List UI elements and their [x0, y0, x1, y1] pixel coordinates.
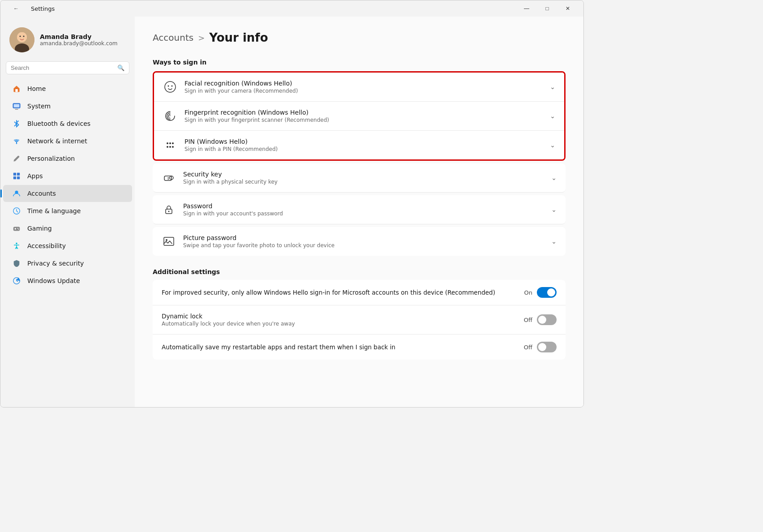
close-button[interactable]: ✕ [557, 1, 578, 16]
nav-icon-update [12, 276, 21, 285]
signin-title-security_key: Security key [183, 171, 544, 178]
nav-label-privacy: Privacy & security [27, 260, 84, 267]
search-box[interactable]: 🔍 [6, 61, 129, 74]
sidebar-item-apps[interactable]: Apps [3, 167, 132, 184]
content-area: Accounts > Your info Ways to sign in Fac… [135, 17, 583, 407]
setting-label-dynamic_lock: Dynamic lock [162, 313, 515, 320]
sidebar-item-time[interactable]: Time & language [3, 202, 132, 219]
signin-item-fingerprint[interactable]: Fingerprint recognition (Windows Hello) … [154, 102, 564, 131]
sidebar-item-bluetooth[interactable]: Bluetooth & devices [3, 115, 132, 132]
setting-row-windows_hello_only: For improved security, only allow Window… [153, 280, 566, 305]
highlighted-signin-group: Facial recognition (Windows Hello) Sign … [153, 71, 566, 161]
sidebar-item-network[interactable]: Network & internet [3, 133, 132, 150]
additional-settings-section: Additional settings For improved securit… [153, 268, 566, 360]
signin-desc-picture_password: Swipe and tap your favorite photo to unl… [183, 242, 544, 249]
sidebar-item-accounts[interactable]: Accounts [3, 185, 132, 202]
back-button[interactable]: ← [6, 1, 26, 16]
svg-point-22 [16, 243, 17, 245]
nav-icon-gaming [12, 224, 21, 233]
sidebar-item-update[interactable]: Windows Update [3, 272, 132, 289]
breadcrumb-parent[interactable]: Accounts [153, 32, 193, 43]
signin-text-pin: PIN (Windows Hello) Sign in with a PIN (… [184, 138, 543, 152]
svg-point-20 [17, 228, 18, 229]
svg-rect-11 [13, 173, 16, 176]
svg-point-38 [166, 239, 167, 241]
signin-item-security_key[interactable]: Security key Sign in with a physical sec… [153, 163, 566, 193]
sidebar-item-gaming[interactable]: Gaming [3, 220, 132, 237]
toggle-restart_apps[interactable] [537, 342, 557, 352]
signin-text-picture_password: Picture password Swipe and tap your favo… [183, 234, 544, 249]
signin-item-facial[interactable]: Facial recognition (Windows Hello) Sign … [154, 73, 564, 102]
svg-point-36 [168, 211, 170, 212]
svg-rect-37 [164, 237, 174, 245]
svg-point-3 [17, 32, 27, 42]
signin-title-fingerprint: Fingerprint recognition (Windows Hello) [184, 109, 543, 116]
signin-item-password[interactable]: Password Sign in with your account's pas… [153, 195, 566, 224]
user-profile: Amanda Brady amanda.brady@outlook.com [0, 20, 135, 61]
nav-icon-apps [12, 172, 21, 180]
nav-label-gaming: Gaming [27, 225, 52, 232]
signin-icon-security_key [162, 171, 176, 185]
svg-point-5 [23, 36, 25, 37]
sidebar: Amanda Brady amanda.brady@outlook.com 🔍 … [0, 17, 135, 407]
nav-label-personalization: Personalization [27, 155, 75, 162]
toggle-dynamic_lock[interactable] [537, 314, 557, 325]
svg-point-29 [172, 142, 174, 144]
signin-text-password: Password Sign in with your account's pas… [183, 202, 544, 217]
nav-label-network: Network & internet [27, 137, 87, 145]
sidebar-item-home[interactable]: Home [3, 80, 132, 97]
signin-text-security_key: Security key Sign in with a physical sec… [183, 171, 544, 185]
nav-icon-network [12, 137, 21, 146]
toggle-wrap-windows_hello_only: On [524, 287, 557, 298]
signin-title-password: Password [183, 202, 544, 210]
regular-signin-group: Security key Sign in with a physical sec… [153, 163, 566, 256]
signin-item-picture_password[interactable]: Picture password Swipe and tap your favo… [153, 227, 566, 256]
svg-point-27 [167, 142, 168, 144]
signin-desc-facial: Sign in with your camera (Recommended) [184, 88, 543, 94]
titlebar-left: ← Settings [6, 1, 55, 16]
additional-settings-title: Additional settings [153, 268, 566, 275]
svg-rect-13 [13, 176, 16, 179]
toggle-label-restart_apps: Off [524, 344, 532, 351]
user-info: Amanda Brady amanda.brady@outlook.com [40, 33, 117, 47]
nav-label-time: Time & language [27, 207, 81, 215]
svg-point-10 [16, 142, 17, 144]
svg-point-32 [172, 146, 174, 148]
maximize-button[interactable]: □ [537, 1, 557, 16]
svg-point-4 [20, 36, 21, 37]
chevron-icon-security_key: ⌄ [551, 174, 557, 181]
app-body: Amanda Brady amanda.brady@outlook.com 🔍 … [0, 17, 583, 407]
chevron-icon-password: ⌄ [551, 206, 557, 213]
signin-desc-password: Sign in with your account's password [183, 210, 544, 217]
sidebar-item-personalization[interactable]: Personalization [3, 150, 132, 167]
sidebar-item-privacy[interactable]: Privacy & security [3, 255, 132, 272]
svg-point-21 [18, 229, 19, 230]
nav-icon-home [12, 84, 21, 93]
signin-icon-password [162, 202, 176, 217]
sidebar-item-system[interactable]: System [3, 98, 132, 115]
signin-icon-facial [163, 80, 177, 94]
setting-text-windows_hello_only: For improved security, only allow Window… [162, 289, 515, 296]
svg-rect-19 [15, 228, 17, 229]
signin-title-facial: Facial recognition (Windows Hello) [184, 80, 543, 87]
minimize-button[interactable]: — [516, 1, 537, 16]
sidebar-item-accessibility[interactable]: Accessibility [3, 237, 132, 254]
nav-icon-system [12, 102, 21, 111]
nav-label-accessibility: Accessibility [27, 242, 66, 249]
toggle-label-windows_hello_only: On [524, 289, 532, 296]
toggle-windows_hello_only[interactable] [537, 287, 557, 298]
svg-rect-8 [15, 109, 18, 110]
signin-desc-security_key: Sign in with a physical security key [183, 179, 544, 185]
titlebar-controls: — □ ✕ [516, 1, 578, 16]
nav-label-accounts: Accounts [27, 190, 56, 197]
svg-rect-9 [14, 104, 20, 107]
nav-label-bluetooth: Bluetooth & devices [27, 120, 90, 127]
search-input[interactable] [11, 64, 114, 71]
signin-title-pin: PIN (Windows Hello) [184, 138, 543, 145]
additional-settings-card: For improved security, only allow Window… [153, 280, 566, 360]
signin-item-pin[interactable]: PIN (Windows Hello) Sign in with a PIN (… [154, 131, 564, 159]
nav-label-apps: Apps [27, 172, 43, 180]
nav-label-system: System [27, 103, 51, 110]
svg-rect-6 [15, 89, 17, 92]
svg-point-30 [167, 146, 168, 148]
